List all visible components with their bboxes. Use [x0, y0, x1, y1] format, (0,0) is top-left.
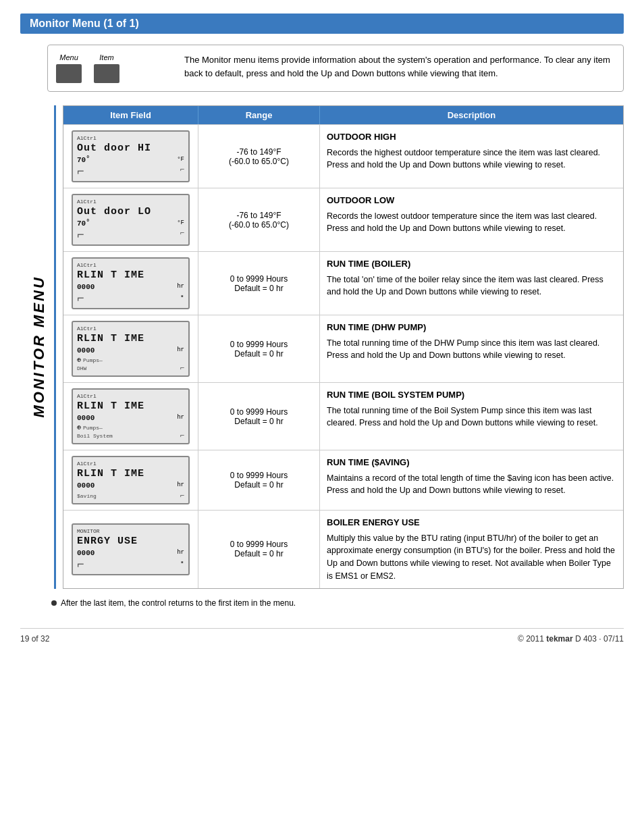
menu-icon: [56, 64, 82, 83]
lcd-energy-use: MONITOR ENRGY USE 0000 hr ⌐ ▪: [72, 523, 190, 575]
menu-icon-group: Menu: [56, 53, 82, 83]
copyright-info: © 2011 tekmar D 403 · 07/11: [518, 634, 624, 644]
row6-desc: RUN TIME ($AVING) Maintains a record of …: [320, 450, 623, 510]
row1-field: AlCtrl Out door HI 70° °F ⌐ ⌐: [63, 125, 198, 188]
lcd-outdoor-lo: AlCtrl Out door LO 70° °F ⌐ ⌐: [72, 194, 190, 246]
row6-field: AlCtrl RLIN T IME 0000 hr $aving ⌐: [63, 450, 198, 510]
row7-desc: BOILER ENERGY USE Multiply this value by…: [320, 511, 623, 588]
table-row: MONITOR ENRGY USE 0000 hr ⌐ ▪ 0 to 9999 …: [63, 510, 623, 588]
main-content: MONITOR MENU Item Field Range Descriptio…: [27, 105, 624, 589]
footer-bullet: [51, 600, 57, 606]
row3-desc: RUN TIME (BOILER) The total 'on' time of…: [320, 252, 623, 315]
page-footer: 19 of 32 © 2011 tekmar D 403 · 07/11: [20, 628, 624, 644]
item-label: Item: [99, 53, 113, 61]
footer-note: After the last item, the control returns…: [51, 598, 624, 608]
row1-desc: OUTDOOR HIGH Records the highest outdoor…: [320, 125, 623, 188]
table-row: AlCtrl RLIN T IME 0000 hr ⊕ Pumps— DHW ⌐: [63, 315, 623, 382]
row5-range: 0 to 9999 Hours Default = 0 hr: [198, 383, 320, 450]
lcd-runtime-boiler: AlCtrl RLIN T IME 0000 hr ⌐ ▪: [72, 257, 190, 309]
page-number: 19 of 32: [20, 634, 49, 644]
table-header: Item Field Range Description: [63, 106, 623, 124]
col-item-field: Item Field: [63, 106, 198, 124]
row5-desc: RUN TIME (BOIL SYSTEM PUMP) The total ru…: [320, 383, 623, 450]
top-section: Menu Item The Monitor menu items provide…: [47, 45, 624, 92]
row1-range: -76 to 149°F (-60.0 to 65.0°C): [198, 125, 320, 188]
item-icon-group: Item: [94, 53, 119, 83]
table-row: AlCtrl Out door LO 70° °F ⌐ ⌐ -76 to 149…: [63, 188, 623, 251]
row4-range: 0 to 9999 Hours Default = 0 hr: [198, 315, 320, 382]
lcd-runtime-saving: AlCtrl RLIN T IME 0000 hr $aving ⌐: [72, 456, 190, 504]
row2-desc: OUTDOOR LOW Records the lowest outdoor t…: [320, 188, 623, 251]
row4-desc: RUN TIME (DHW PUMP) The total running ti…: [320, 315, 623, 382]
row4-field: AlCtrl RLIN T IME 0000 hr ⊕ Pumps— DHW ⌐: [63, 315, 198, 382]
row5-field: AlCtrl RLIN T IME 0000 hr ⊕ Pumps— Boil …: [63, 383, 198, 450]
row2-range: -76 to 149°F (-60.0 to 65.0°C): [198, 188, 320, 251]
col-range: Range: [198, 106, 320, 124]
row3-field: AlCtrl RLIN T IME 0000 hr ⌐ ▪: [63, 252, 198, 315]
lcd-outdoor-hi: AlCtrl Out door HI 70° °F ⌐ ⌐: [72, 130, 190, 182]
page-header-title: Monitor Menu (1 of 1): [30, 18, 139, 29]
page-header: Monitor Menu (1 of 1): [20, 14, 624, 34]
row7-field: MONITOR ENRGY USE 0000 hr ⌐ ▪: [63, 511, 198, 588]
top-description: The Monitor menu items provide informati…: [184, 53, 615, 83]
side-label: MONITOR MENU: [27, 105, 51, 589]
top-icons: Menu Item: [56, 53, 171, 83]
col-description: Description: [320, 106, 623, 124]
lcd-runtime-boilsys: AlCtrl RLIN T IME 0000 hr ⊕ Pumps— Boil …: [72, 388, 190, 444]
lcd-runtime-dhw: AlCtrl RLIN T IME 0000 hr ⊕ Pumps— DHW ⌐: [72, 321, 190, 377]
row6-range: 0 to 9999 Hours Default = 0 hr: [198, 450, 320, 510]
table-row: AlCtrl RLIN T IME 0000 hr ⊕ Pumps— Boil …: [63, 382, 623, 450]
table-row: AlCtrl RLIN T IME 0000 hr $aving ⌐ 0 to …: [63, 450, 623, 510]
table-row: AlCtrl Out door HI 70° °F ⌐ ⌐ -76 to 149…: [63, 124, 623, 188]
row2-field: AlCtrl Out door LO 70° °F ⌐ ⌐: [63, 188, 198, 251]
main-table: Item Field Range Description AlCtrl Out …: [63, 105, 624, 589]
item-icon: [94, 64, 119, 83]
menu-label: Menu: [59, 53, 78, 61]
row7-range: 0 to 9999 Hours Default = 0 hr: [198, 511, 320, 588]
table-row: AlCtrl RLIN T IME 0000 hr ⌐ ▪ 0 to 9999 …: [63, 251, 623, 315]
row3-range: 0 to 9999 Hours Default = 0 hr: [198, 252, 320, 315]
